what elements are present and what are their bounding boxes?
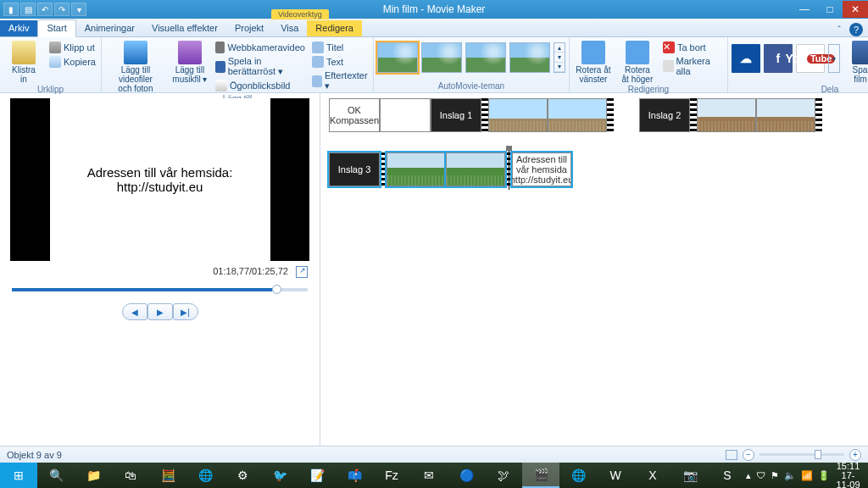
minimize-button[interactable]: — — [792, 1, 817, 18]
taskbar-item[interactable]: 📁 — [75, 463, 112, 488]
delete-button[interactable]: ✕Ta bort — [661, 41, 724, 54]
snapshot-button[interactable]: Ögonblicksbild — [214, 79, 307, 92]
cut-button[interactable]: Klipp ut — [47, 41, 97, 54]
themes-gallery[interactable]: ▴▾▾ — [377, 39, 565, 73]
taskbar-item[interactable]: 🎬 — [522, 463, 559, 488]
taskbar-item[interactable]: 🛍 — [112, 463, 149, 488]
taskbar-item[interactable]: 🕊 — [485, 463, 522, 488]
scrub-fill — [12, 288, 272, 291]
maximize-button[interactable]: □ — [817, 1, 843, 18]
timeline-clip[interactable]: OK Kompassen — [329, 98, 380, 132]
qat-button[interactable]: ▮ — [3, 3, 19, 16]
zoom-slider[interactable] — [760, 453, 844, 456]
rotate-right-button[interactable]: Rotera åt höger — [617, 39, 658, 84]
tray-icon[interactable]: 🔋 — [818, 470, 830, 481]
help-icon[interactable]: ? — [849, 23, 863, 36]
view-thumb-icon[interactable] — [726, 450, 737, 460]
copy-button[interactable]: Kopiera — [47, 55, 97, 69]
tab-animeringar[interactable]: Animeringar — [76, 20, 143, 36]
qat-button[interactable]: ▤ — [20, 3, 36, 16]
taskbar-item[interactable]: 📷 — [671, 463, 709, 488]
theme-thumb[interactable] — [377, 42, 418, 73]
timeline-clip[interactable] — [756, 98, 815, 132]
play-button[interactable]: ▶ — [147, 303, 173, 320]
fullscreen-button[interactable] — [296, 266, 308, 278]
system-tray: ▴🛡⚑🔈📶🔋 15:11 17-11-09 — [746, 462, 868, 489]
timeline-clip[interactable] — [387, 152, 446, 186]
taskbar-item[interactable]: ✉ — [410, 463, 448, 488]
zoom-out-button[interactable]: − — [743, 449, 754, 461]
collapse-ribbon-icon[interactable]: ˆ — [832, 23, 846, 36]
rotate-left-button[interactable]: Rotera åt vänster — [573, 39, 614, 84]
select-all-button[interactable]: Markera alla — [661, 55, 724, 77]
timeline-clip[interactable]: Inslag 1 — [431, 98, 481, 132]
timeline-pane[interactable]: OK KompassenInslag 1Inslag 2 Inslag 3Adr… — [320, 93, 868, 446]
next-frame-button[interactable]: ▶| — [173, 303, 198, 320]
tab-visa[interactable]: Visa — [272, 20, 307, 36]
title-button[interactable]: Titel — [310, 41, 370, 54]
youtube-icon[interactable]: YouTube — [796, 44, 825, 73]
theme-thumb[interactable] — [421, 42, 462, 73]
save-movie-button[interactable]: Spara film ▾ — [843, 39, 868, 84]
taskbar-item[interactable]: Fz — [373, 463, 410, 488]
timeline-clip[interactable]: Inslag 3 — [329, 152, 380, 186]
taskbar-item[interactable]: ⚙ — [224, 463, 261, 488]
taskbar-item[interactable]: 🔍 — [37, 463, 75, 488]
tab-visuella effekter[interactable]: Visuella effekter — [143, 20, 226, 36]
add-music-button[interactable]: Lägg till musikfil ▾ — [170, 39, 210, 84]
taskbar-item[interactable]: S — [709, 463, 746, 488]
tab-redigera[interactable]: Redigera — [307, 20, 362, 36]
timeline-clip[interactable]: Inslag 2 — [639, 98, 690, 132]
scrub-knob[interactable] — [272, 285, 281, 294]
qat-button[interactable]: ↶ — [37, 3, 53, 16]
prev-frame-button[interactable]: ◀ — [122, 303, 147, 320]
theme-thumb[interactable] — [465, 42, 506, 73]
theme-more-button[interactable]: ▴▾▾ — [554, 42, 565, 73]
taskbar-item[interactable]: W — [597, 463, 634, 488]
timeline-clip[interactable] — [446, 152, 505, 186]
tray-icon[interactable]: 🛡 — [756, 470, 765, 481]
close-button[interactable]: ✕ — [843, 1, 868, 18]
timeline-clip[interactable] — [697, 98, 756, 132]
status-text: Objekt 9 av 9 — [7, 450, 62, 460]
zoom-knob[interactable] — [815, 450, 821, 459]
tray-icon[interactable]: 📶 — [801, 470, 813, 481]
taskbar-item[interactable]: X — [634, 463, 671, 488]
scrub-bar[interactable] — [12, 288, 308, 291]
timeline-clip[interactable]: Adressen till vår hemsida http://studyit… — [512, 152, 571, 186]
taskbar-item[interactable]: 🌐 — [559, 463, 597, 488]
taskbar-item[interactable]: 🐦 — [261, 463, 298, 488]
tray-icon[interactable]: 🔈 — [784, 470, 796, 481]
taskbar-item[interactable]: ⊞ — [0, 463, 37, 488]
taskbar-item[interactable]: 🔵 — [448, 463, 485, 488]
rotate-right-label: Rotera åt höger — [622, 65, 654, 84]
caption-button[interactable]: Text — [310, 55, 370, 69]
webcam-icon — [215, 42, 225, 53]
credits-button[interactable]: Eftertexter ▾ — [310, 69, 370, 92]
paste-button[interactable]: Klistra in — [3, 39, 44, 84]
theme-thumb[interactable] — [509, 42, 550, 73]
timeline-clip[interactable] — [380, 98, 431, 132]
skydrive-icon[interactable]: ☁ — [732, 44, 760, 73]
clock[interactable]: 15:11 17-11-09 — [835, 462, 861, 489]
tab-projekt[interactable]: Projekt — [226, 20, 272, 36]
save-icon — [852, 41, 868, 64]
taskbar-item[interactable]: 🌐 — [186, 463, 224, 488]
timeline-clip[interactable] — [488, 98, 548, 132]
qat-button[interactable]: ▾ — [71, 3, 86, 16]
tray-icon[interactable]: ⚑ — [771, 470, 779, 481]
tab-start[interactable]: Start — [37, 19, 75, 37]
share-more-button[interactable]: ▾ — [828, 44, 840, 73]
tray-icon[interactable]: ▴ — [746, 470, 751, 481]
add-video-button[interactable]: Lägg till videofiler och foton — [105, 39, 166, 93]
zoom-in-button[interactable]: + — [849, 449, 861, 461]
tab-arkiv[interactable]: Arkiv — [0, 20, 37, 36]
taskbar-item[interactable]: 📫 — [336, 463, 373, 488]
taskbar-item[interactable]: 🧮 — [149, 463, 186, 488]
timeline-clip[interactable] — [548, 98, 607, 132]
scissors-icon — [49, 42, 61, 53]
narration-button[interactable]: Spela in berättarröst ▾ — [214, 55, 307, 78]
taskbar-item[interactable]: 📝 — [298, 463, 336, 488]
webcam-button[interactable]: Webbkameravideo — [214, 41, 307, 54]
qat-button[interactable]: ↷ — [54, 3, 70, 16]
